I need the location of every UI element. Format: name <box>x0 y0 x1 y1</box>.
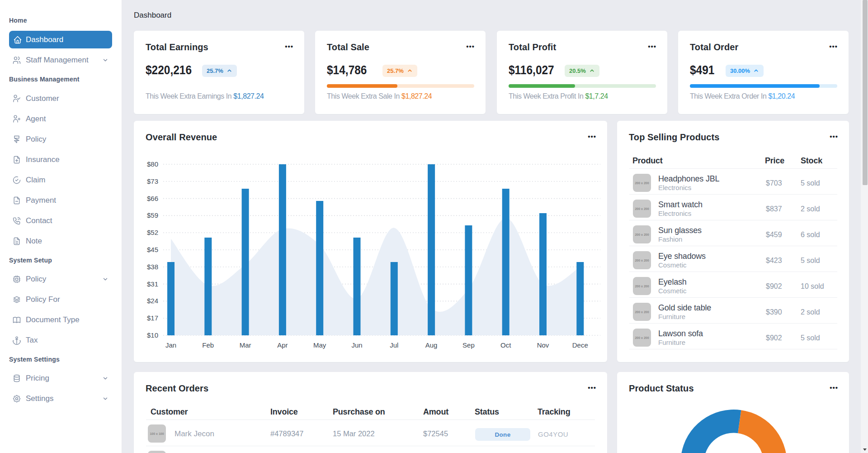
svg-text:$80: $80 <box>147 160 158 168</box>
svg-text:$45: $45 <box>147 246 158 253</box>
svg-text:$17: $17 <box>147 314 158 322</box>
svg-text:Feb: Feb <box>202 341 214 349</box>
svg-text:$73: $73 <box>147 177 158 185</box>
svg-text:Mar: Mar <box>240 341 251 349</box>
svg-text:Aug: Aug <box>425 341 438 349</box>
svg-text:$52: $52 <box>147 229 158 236</box>
svg-text:$59: $59 <box>147 211 158 219</box>
svg-text:$31: $31 <box>147 280 158 288</box>
svg-text:Jan: Jan <box>165 341 176 349</box>
svg-text:May: May <box>313 341 326 349</box>
svg-text:Jun: Jun <box>351 341 362 349</box>
svg-text:$10: $10 <box>147 331 158 339</box>
svg-text:Jul: Jul <box>390 341 398 349</box>
svg-text:Dece: Dece <box>572 341 588 349</box>
svg-text:Nov: Nov <box>537 341 549 349</box>
svg-text:Oct: Oct <box>500 341 511 349</box>
svg-text:$66: $66 <box>147 195 158 202</box>
svg-text:Apr: Apr <box>277 341 288 349</box>
svg-text:$24: $24 <box>147 297 158 305</box>
svg-text:Sep: Sep <box>462 341 475 349</box>
svg-text:$38: $38 <box>147 263 158 271</box>
